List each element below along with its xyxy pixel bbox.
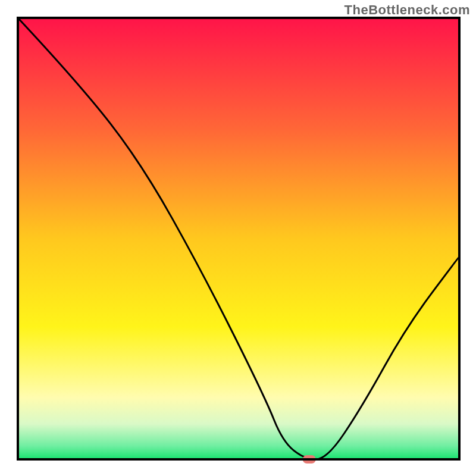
watermark-text: TheBottleneck.com	[345, 2, 470, 18]
chart-container: TheBottleneck.com	[0, 0, 476, 476]
plot-background	[18, 18, 459, 459]
bottleneck-chart	[0, 0, 476, 476]
